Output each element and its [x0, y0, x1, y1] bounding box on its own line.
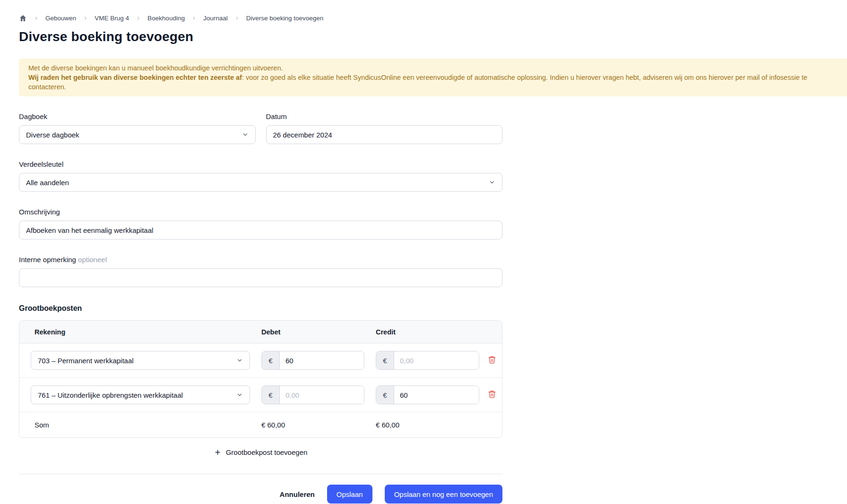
form-content: Dagboek Diverse dagboek Datum Verdeelsle…: [19, 112, 502, 504]
euro-prefix: €: [262, 351, 280, 369]
debet-input-group-row1: €: [261, 351, 364, 370]
breadcrumb-gebouwen[interactable]: Gebouwen: [45, 15, 76, 22]
trash-icon: [488, 355, 496, 366]
chevron-right-icon: [34, 16, 38, 20]
omschrijving-input[interactable]: [19, 221, 502, 239]
credit-input-group-row1: €: [376, 351, 479, 370]
table-row: 761 – Uitzonderlijke opbrengsten werkkap…: [19, 378, 502, 412]
chevron-down-icon: [242, 131, 249, 138]
sum-label: Som: [35, 421, 261, 429]
warning-line-2: Wij raden het gebruik van diverse boekin…: [28, 73, 838, 92]
debet-input-row2[interactable]: [280, 386, 364, 404]
chevron-right-icon: [235, 16, 239, 20]
delete-row-button[interactable]: [488, 390, 496, 400]
optional-hint: optioneel: [78, 256, 107, 264]
omschrijving-label: Omschrijving: [19, 208, 502, 216]
sum-credit: € 60,00: [376, 421, 399, 429]
debet-input-group-row2: €: [261, 385, 364, 404]
warning-line-1: Met de diverse boekingen kan u manueel b…: [28, 63, 838, 73]
field-interne-opmerking: Interne opmerking optioneel: [19, 256, 502, 287]
field-datum: Datum: [266, 112, 503, 144]
add-row-container: Grootboekpost toevoegen: [19, 448, 502, 458]
chevron-down-icon: [236, 392, 243, 398]
euro-prefix: €: [376, 386, 394, 404]
debet-input-row1[interactable]: [280, 351, 364, 369]
euro-prefix: €: [262, 386, 280, 404]
datum-label: Datum: [266, 112, 503, 120]
chevron-down-icon: [236, 357, 243, 364]
breadcrumb-journaal[interactable]: Journaal: [203, 15, 228, 22]
footer-actions: Annuleren Opslaan Opslaan en nog een toe…: [19, 485, 502, 504]
credit-input-row1[interactable]: [394, 351, 479, 369]
datum-input[interactable]: [266, 125, 503, 144]
breadcrumb-vme-brug-4[interactable]: VME Brug 4: [95, 15, 129, 22]
breadcrumb-current: Diverse boeking toevoegen: [246, 15, 324, 22]
sum-row: Som € 60,00 € 60,00: [19, 412, 502, 437]
rekening-select-row2[interactable]: 761 – Uitzonderlijke opbrengsten werkkap…: [31, 385, 250, 404]
chevron-right-icon: [136, 16, 140, 20]
save-and-add-button[interactable]: Opslaan en nog een toevoegen: [385, 485, 502, 504]
interne-opmerking-label: Interne opmerking optioneel: [19, 256, 502, 264]
warning-banner: Met de diverse boekingen kan u manueel b…: [19, 59, 847, 96]
plus-icon: [214, 449, 221, 456]
credit-input-group-row2: €: [376, 385, 479, 404]
breadcrumb-boekhouding[interactable]: Boekhouding: [147, 15, 185, 22]
chevron-right-icon: [192, 16, 196, 20]
delete-row-button[interactable]: [488, 355, 496, 366]
verdeelsleutel-label: Verdeelsleutel: [19, 160, 502, 168]
cancel-button[interactable]: Annuleren: [280, 490, 315, 498]
page-title: Diverse boeking toevoegen: [19, 29, 847, 44]
rekening-select-row1-value: 703 – Permanent werkkapitaal: [38, 357, 134, 365]
footer-divider: [19, 474, 502, 474]
field-omschrijving: Omschrijving: [19, 208, 502, 239]
grootboekposten-table: Rekening Debet Credit 703 – Permanent we…: [19, 320, 502, 438]
chevron-right-icon: [83, 16, 87, 20]
trash-icon: [488, 390, 496, 400]
add-grootboekpost-label: Grootboekpost toevoegen: [226, 448, 308, 456]
sum-debet: € 60,00: [261, 421, 376, 429]
verdeelsleutel-select[interactable]: Alle aandelen: [19, 173, 502, 192]
dagboek-select-value: Diverse dagboek: [26, 131, 79, 139]
interne-opmerking-input[interactable]: [19, 268, 502, 287]
page: Gebouwen VME Brug 4 Boekhouding Journaal…: [0, 0, 847, 504]
rekening-select-row1[interactable]: 703 – Permanent werkkapitaal: [31, 351, 250, 370]
grootboekposten-title: Grootboekposten: [19, 304, 502, 313]
warning-line-2-bold: Wij raden het gebruik van diverse boekin…: [28, 74, 242, 81]
chevron-down-icon: [489, 179, 495, 186]
field-verdeelsleutel: Verdeelsleutel Alle aandelen: [19, 160, 502, 192]
home-icon[interactable]: [19, 14, 27, 22]
rekening-select-row2-value: 761 – Uitzonderlijke opbrengsten werkkap…: [38, 391, 183, 399]
add-grootboekpost-button[interactable]: Grootboekpost toevoegen: [214, 448, 308, 456]
dagboek-label: Dagboek: [19, 112, 256, 120]
column-header-credit: Credit: [376, 328, 396, 336]
euro-prefix: €: [376, 351, 394, 369]
dagboek-select[interactable]: Diverse dagboek: [19, 125, 256, 144]
table-row: 703 – Permanent werkkapitaal € €: [19, 343, 502, 378]
breadcrumb: Gebouwen VME Brug 4 Boekhouding Journaal…: [19, 13, 847, 23]
field-dagboek: Dagboek Diverse dagboek: [19, 112, 256, 144]
column-header-rekening: Rekening: [35, 328, 261, 336]
save-button[interactable]: Opslaan: [327, 485, 372, 504]
verdeelsleutel-select-value: Alle aandelen: [26, 179, 69, 187]
column-header-debet: Debet: [261, 328, 376, 336]
table-header-row: Rekening Debet Credit: [19, 321, 502, 343]
credit-input-row2[interactable]: [394, 386, 479, 404]
